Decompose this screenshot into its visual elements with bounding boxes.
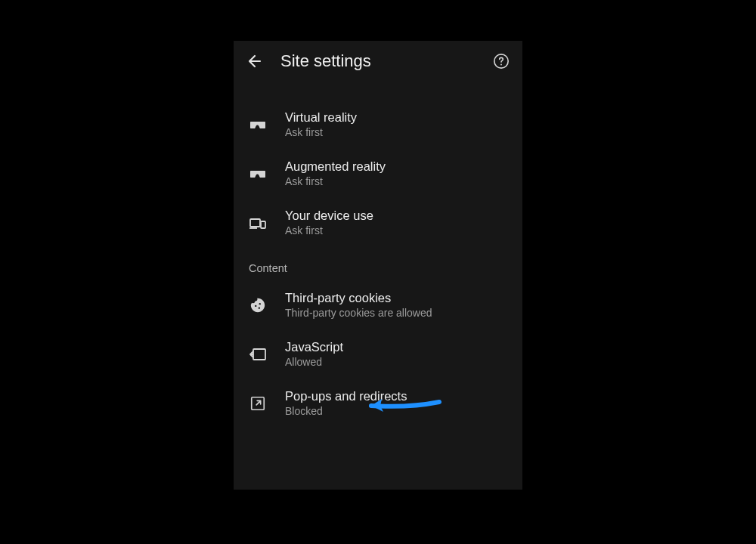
help-icon	[493, 53, 510, 70]
setting-status: Blocked	[285, 405, 407, 417]
setting-status: Third-party cookies are allowed	[285, 307, 432, 319]
setting-text: Third-party cookies Third-party cookies …	[285, 291, 432, 319]
svg-rect-2	[250, 219, 260, 227]
setting-augmented-reality[interactable]: Augmented reality Ask first	[234, 149, 522, 198]
setting-status: Ask first	[285, 126, 357, 138]
setting-text: Augmented reality Ask first	[285, 159, 386, 187]
setting-label: JavaScript	[285, 340, 343, 354]
settings-list: Virtual reality Ask first Augmented real…	[234, 79, 522, 428]
svg-point-6	[259, 302, 261, 304]
help-button[interactable]	[492, 52, 510, 70]
svg-point-5	[255, 304, 256, 306]
setting-virtual-reality[interactable]: Virtual reality Ask first	[234, 100, 522, 149]
setting-text: Virtual reality Ask first	[285, 110, 357, 138]
setting-label: Third-party cookies	[285, 291, 432, 305]
setting-text: Pop-ups and redirects Blocked	[285, 389, 407, 417]
setting-status: Ask first	[285, 175, 386, 187]
setting-status: Allowed	[285, 356, 343, 368]
page-title: Site settings	[280, 51, 476, 71]
svg-point-1	[500, 64, 502, 66]
ar-headset-icon	[249, 165, 267, 183]
setting-third-party-cookies[interactable]: Third-party cookies Third-party cookies …	[234, 280, 522, 329]
setting-device-use[interactable]: Your device use Ask first	[234, 198, 522, 247]
setting-status: Ask first	[285, 224, 373, 236]
cookie-icon	[249, 296, 267, 314]
svg-rect-3	[261, 221, 265, 228]
arrow-left-icon	[246, 52, 264, 70]
setting-popups-redirects[interactable]: Pop-ups and redirects Blocked	[234, 379, 522, 428]
setting-text: Your device use Ask first	[285, 209, 373, 236]
site-settings-panel: Site settings Virtual reality Ask first	[234, 41, 522, 490]
section-header-content: Content	[234, 247, 522, 280]
svg-rect-8	[253, 349, 265, 360]
setting-label: Your device use	[285, 209, 373, 223]
svg-point-7	[259, 307, 260, 308]
setting-label: Virtual reality	[285, 110, 357, 125]
setting-label: Augmented reality	[285, 159, 386, 174]
header-bar: Site settings	[234, 41, 522, 79]
setting-label: Pop-ups and redirects	[285, 389, 407, 403]
setting-text: JavaScript Allowed	[285, 340, 343, 368]
setting-javascript[interactable]: JavaScript Allowed	[234, 329, 522, 379]
devices-icon	[249, 214, 267, 232]
popup-icon	[249, 394, 267, 413]
vr-headset-icon	[249, 116, 267, 134]
back-button[interactable]	[246, 52, 264, 70]
javascript-icon	[249, 345, 267, 363]
